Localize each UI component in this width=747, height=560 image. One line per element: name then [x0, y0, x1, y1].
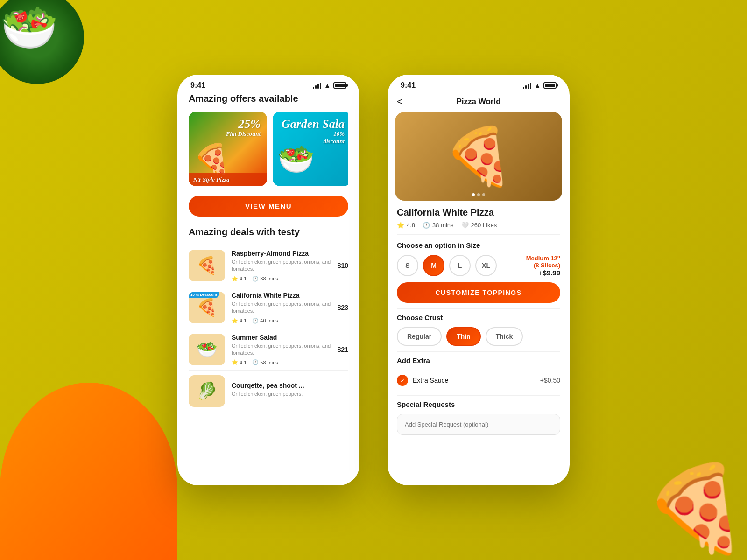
deal-info-1: California White Pizza Grilled chicken, …: [232, 292, 331, 324]
size-btn-m[interactable]: M: [423, 255, 444, 276]
special-request-input[interactable]: [397, 414, 560, 435]
meta-time: 🕐 38 mins: [423, 222, 454, 229]
deal-desc-0: Grilled chicken, green peppers, onions, …: [232, 259, 331, 273]
likes-value: 260 Likes: [471, 222, 497, 229]
size-btn-l[interactable]: L: [449, 255, 471, 276]
deal-name-1: California White Pizza: [232, 292, 331, 299]
deal-desc-1: Grilled chicken, green peppers, onions, …: [232, 301, 331, 315]
deal-info-2: Summer Salad Grilled chicken, green pepp…: [232, 334, 331, 366]
extra-item: ✓ Extra Sauce +$0.50: [397, 370, 560, 391]
crust-btn-thin[interactable]: Thin: [446, 327, 481, 346]
meta-rating: ⭐ 4.8: [397, 222, 415, 229]
dot-2[interactable]: [477, 193, 480, 196]
extra-left: ✓ Extra Sauce: [397, 375, 448, 386]
deal-rating-0: ⭐ 4.1: [232, 276, 247, 282]
dot-1[interactable]: [472, 193, 475, 196]
signal-icon-2: [523, 82, 531, 89]
phone2-header: < Pizza World: [388, 93, 570, 112]
deal-item-3[interactable]: 🥬 Courqette, pea shoot ... Grilled chick…: [189, 371, 348, 412]
deal-rating-1: ⭐ 4.1: [232, 318, 247, 324]
deal-item-1[interactable]: 10 % Descount 🍕 California White Pizza G…: [189, 287, 348, 329]
offer-card-1[interactable]: 25% Flat Discount 🍕 NY Style Pizza: [189, 112, 267, 186]
offer2-emoji: 🥗: [277, 142, 315, 177]
offers-cards: 25% Flat Discount 🍕 NY Style Pizza Garde…: [189, 112, 348, 186]
deal-name-3: Courqette, pea shoot ...: [232, 382, 348, 389]
phone1-content: Amazing offers available 25% Flat Discou…: [177, 93, 359, 485]
pizza-image: 🍕: [395, 112, 562, 201]
deal-meta-0: ⭐ 4.1 🕐 38 mins: [232, 276, 331, 282]
deal-rating-2: ⭐ 4.1: [232, 359, 247, 365]
status-icons-2: ▲: [523, 82, 557, 89]
deal-time-2: 🕐 58 mins: [252, 359, 278, 365]
offer1-desc: Flat Discount: [226, 130, 261, 138]
special-section-label: Special Requests: [397, 400, 560, 408]
phone2-content: California White Pizza ⭐ 4.8 🕐 38 mins 🤍…: [388, 201, 570, 485]
crust-options: Regular Thin Thick: [397, 327, 560, 346]
extra-section-label: Add Extra: [397, 357, 560, 364]
status-bar-1: 9:41 ▲: [177, 75, 359, 93]
size-btn-xl[interactable]: XL: [475, 255, 497, 276]
rating-value: 4.8: [407, 222, 415, 229]
time-value: 38 mins: [432, 222, 454, 229]
wifi-icon-2: ▲: [534, 82, 541, 89]
size-btn-s[interactable]: S: [397, 255, 418, 276]
deal-item-2[interactable]: 🥗 Summer Salad Grilled chicken, green pe…: [189, 329, 348, 371]
size-options: S M L XL Medium 12'' (8 Slices) +$9.99: [397, 255, 560, 277]
size-section-label: Choose an option in Size: [397, 241, 560, 249]
deals-title: Amazing deals with testy: [189, 227, 348, 238]
deal-time-1: 🕐 40 mins: [252, 318, 278, 324]
size-info-label: Medium 12'' (8 Slices): [504, 255, 560, 269]
offer1-label: NY Style Pizza: [189, 173, 267, 186]
customize-button[interactable]: CUSTOMIZE TOPPINGS: [397, 282, 560, 303]
deal-time-0: 🕐 38 mins: [252, 276, 278, 282]
phones-container: 9:41 ▲ Amazing offers available: [177, 75, 570, 485]
deal-info-0: Raspberry-Almond Pizza Grilled chicken, …: [232, 250, 331, 282]
time-1: 9:41: [190, 81, 205, 90]
divider-3: [397, 395, 560, 396]
phone1: 9:41 ▲ Amazing offers available: [177, 75, 359, 485]
status-icons-1: ▲: [313, 82, 346, 89]
deal-item-0[interactable]: 🍕 Raspberry-Almond Pizza Grilled chicken…: [189, 245, 348, 287]
offer-card-2[interactable]: Garden Sala 10%discount 🥗: [273, 112, 348, 186]
phone2-title: Pizza World: [456, 97, 500, 106]
deal-img-3: 🥬: [189, 375, 225, 407]
crust-section-label: Choose Crust: [397, 314, 560, 322]
image-dots: [472, 193, 485, 196]
pizza-decoration: [630, 443, 747, 560]
deal-name-0: Raspberry-Almond Pizza: [232, 250, 331, 257]
deal-price-2: $21: [338, 346, 348, 353]
pizza-title: California White Pizza: [397, 207, 560, 218]
bg-orange-blob: [0, 383, 177, 560]
crust-btn-regular[interactable]: Regular: [397, 327, 442, 346]
deal-name-2: Summer Salad: [232, 334, 331, 341]
offer1-text: 25% Flat Discount: [226, 118, 261, 138]
back-button[interactable]: <: [397, 96, 403, 108]
extra-name: Extra Sauce: [413, 377, 448, 384]
pizza-meta: ⭐ 4.8 🕐 38 mins 🤍 260 Likes: [397, 222, 560, 235]
salad-decoration: [0, 0, 84, 84]
view-menu-button[interactable]: VIEW MENU: [189, 196, 348, 217]
dot-3[interactable]: [482, 193, 485, 196]
deal-meta-2: ⭐ 4.1 🕐 58 mins: [232, 359, 331, 365]
discount-badge-1: 10 % Descount: [189, 292, 219, 298]
extra-price: +$0.50: [540, 377, 560, 384]
meta-likes: 🤍 260 Likes: [461, 222, 497, 229]
deal-info-3: Courqette, pea shoot ... Grilled chicken…: [232, 382, 348, 400]
deal-img-1: 10 % Descount 🍕: [189, 292, 225, 323]
deal-desc-2: Grilled chicken, green peppers, onions, …: [232, 343, 331, 357]
offers-title: Amazing offers available: [189, 93, 348, 104]
deal-price-0: $10: [338, 262, 348, 269]
offer2-title: Garden Sala: [282, 118, 345, 130]
size-info: Medium 12'' (8 Slices) +$9.99: [504, 255, 560, 277]
deal-desc-3: Grilled chicken, green peppers,: [232, 391, 348, 398]
crust-btn-thick[interactable]: Thick: [486, 327, 523, 346]
time-2: 9:41: [401, 81, 416, 90]
check-icon[interactable]: ✓: [397, 375, 408, 386]
phone2: 9:41 ▲ < Pizza World 🍕: [388, 75, 570, 485]
status-bar-2: 9:41 ▲: [388, 75, 570, 93]
offer2-text: Garden Sala 10%discount: [282, 118, 345, 145]
battery-icon-1: [333, 82, 346, 89]
divider-1: [397, 308, 560, 309]
deal-img-0: 🍕: [189, 250, 225, 281]
size-price: +$9.99: [504, 269, 560, 277]
